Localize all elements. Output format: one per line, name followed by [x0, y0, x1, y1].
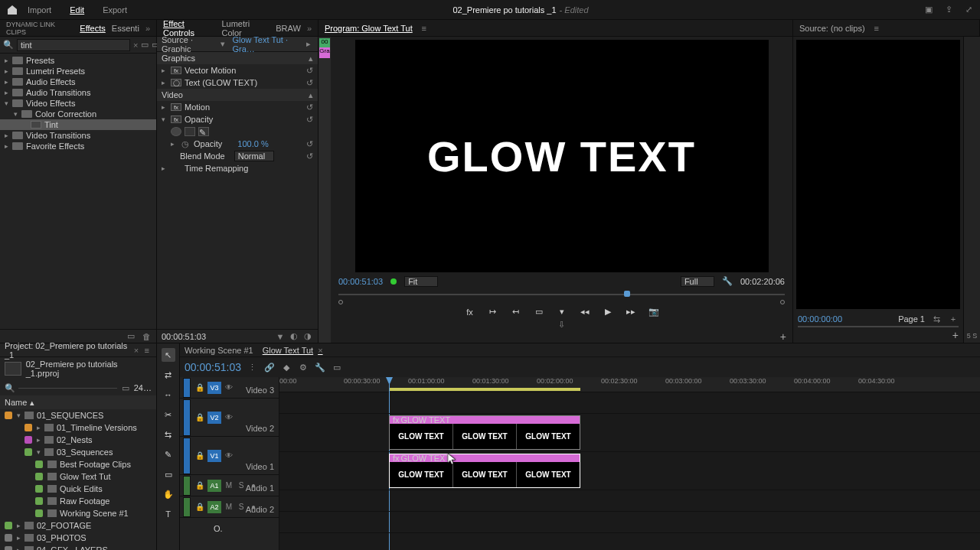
- fx-chip-icon[interactable]: ◯: [171, 79, 181, 86]
- bin-photos[interactable]: ▸03_PHOTOS: [0, 532, 156, 544]
- overflow-icon[interactable]: »: [145, 24, 150, 33]
- type-tool-icon[interactable]: T: [162, 507, 175, 521]
- tree-audio-transitions[interactable]: ▸Audio Transitions: [0, 87, 156, 98]
- add-button-icon[interactable]: +: [952, 329, 959, 341]
- tree-lumetri-presets[interactable]: ▸Lumetri Presets: [0, 66, 156, 76]
- razor-tool-icon[interactable]: ✂: [162, 408, 175, 421]
- ec-text-layer[interactable]: ▸◯Text (GLOW TEXT)↺: [157, 76, 318, 89]
- mode-import[interactable]: Import: [28, 5, 51, 15]
- eye-icon[interactable]: 👁: [224, 413, 234, 422]
- effects-search-input[interactable]: [17, 39, 130, 51]
- time-ruler[interactable]: 00:00 00:00:30:00 00:01:00:00 00:01:30:0…: [279, 377, 980, 392]
- track-head-a2[interactable]: 🔒A2 MS● Audio 2: [180, 496, 279, 518]
- bin-footage[interactable]: ▸02_FOOTAGE: [0, 519, 156, 532]
- go-to-out-icon[interactable]: 📷: [648, 306, 660, 318]
- ec-time-remapping[interactable]: ▸Time Remapping: [157, 162, 318, 174]
- bin-gfx[interactable]: ▸04_GFX · LAYERS ·: [0, 544, 156, 550]
- lane-v2[interactable]: fxGLOW TEXT GLOW TEXT GLOW TEXT GLOW TEX…: [279, 414, 980, 452]
- step-fwd-icon[interactable]: ▸▸: [625, 306, 637, 318]
- add-page-icon[interactable]: +: [948, 314, 959, 324]
- tab-essential[interactable]: Essenti: [112, 24, 139, 33]
- trash-icon[interactable]: 🗑: [141, 331, 152, 342]
- source-tc[interactable]: 00:00:00:00: [798, 314, 842, 324]
- clear-search-icon[interactable]: ×: [133, 41, 138, 50]
- filter-icon[interactable]: ▭: [120, 382, 131, 393]
- panel-menu-icon[interactable]: ≡: [142, 345, 152, 356]
- play-icon[interactable]: ▸: [304, 39, 313, 50]
- fx-chip-icon[interactable]: fx: [171, 67, 181, 74]
- add-button-icon[interactable]: +: [780, 330, 786, 343]
- program-scrubber[interactable]: [338, 288, 785, 298]
- panel-menu-icon[interactable]: ≡: [419, 23, 430, 34]
- solo-icon[interactable]: S: [237, 503, 246, 512]
- resolution-dropdown[interactable]: Full: [681, 276, 714, 287]
- timeline-tc[interactable]: 00:00:51:03: [185, 361, 241, 373]
- tree-presets[interactable]: ▸Presets: [0, 55, 156, 66]
- reset-icon[interactable]: ↺: [306, 103, 313, 112]
- ec-video-section[interactable]: Video▴: [157, 89, 318, 101]
- timeline-area[interactable]: 00:00 00:00:30:00 00:01:00:00 00:01:30:0…: [279, 377, 980, 550]
- snap-icon[interactable]: ⋮: [247, 362, 258, 373]
- tree-video-effects[interactable]: ▾Video Effects: [0, 98, 156, 109]
- tree-color-correction[interactable]: ▾Color Correction: [0, 109, 156, 119]
- playhead-handle[interactable]: [624, 291, 630, 297]
- reset-icon[interactable]: ↺: [306, 78, 313, 88]
- settings-icon[interactable]: ⚙: [298, 362, 309, 373]
- bin-raw-footage[interactable]: Raw Footage: [0, 495, 156, 507]
- source-viewer[interactable]: [796, 40, 960, 309]
- opacity-value[interactable]: 100.0 %: [237, 139, 268, 148]
- page-nav-icon[interactable]: ⇆: [931, 314, 942, 324]
- slip-tool-icon[interactable]: ⇆: [162, 428, 175, 441]
- add-marker-icon[interactable]: ▭: [533, 306, 545, 318]
- ec-vector-motion[interactable]: ▸fxVector Motion↺: [157, 64, 318, 76]
- ripple-tool-icon[interactable]: ↔: [162, 388, 175, 402]
- solo-icon[interactable]: S: [237, 481, 246, 490]
- step-back-icon[interactable]: ◂◂: [579, 306, 591, 318]
- tree-audio-effects[interactable]: ▸Audio Effects: [0, 76, 156, 87]
- tab-effects[interactable]: Effects: [80, 24, 105, 33]
- overflow-icon[interactable]: »: [307, 24, 312, 33]
- marker-icon[interactable]: ◆: [281, 362, 292, 373]
- track-head-master[interactable]: O.: [180, 518, 279, 539]
- close-tab-icon[interactable]: ×: [134, 346, 139, 355]
- lane-v3[interactable]: [279, 392, 980, 414]
- track-head-v1[interactable]: 🔒V1 👁 Video 1: [180, 437, 279, 475]
- lane-a2[interactable]: [279, 512, 980, 533]
- tree-tint[interactable]: Tint: [0, 119, 156, 130]
- tree-favorite-effects[interactable]: ▸Favorite Effects: [0, 141, 156, 151]
- ec-opacity[interactable]: ▾fxOpacity↺: [157, 113, 318, 125]
- track-head-v3[interactable]: 🔒V3 👁 Video 3: [180, 377, 279, 399]
- lock-icon[interactable]: 🔒: [195, 503, 204, 512]
- mark-in-icon[interactable]: ↦: [487, 306, 499, 318]
- wrench-icon[interactable]: 🔧: [722, 276, 733, 287]
- mute-icon[interactable]: M: [224, 481, 234, 490]
- chevron-down-icon[interactable]: ▾: [218, 39, 227, 50]
- clip-v2[interactable]: fxGLOW TEXT GLOW TEXT GLOW TEXT GLOW TEX…: [389, 415, 580, 450]
- panel-menu-icon[interactable]: ≡: [871, 23, 882, 34]
- section-chevron-icon[interactable]: ▴: [309, 90, 313, 100]
- blend-mode-dropdown[interactable]: Normal: [234, 151, 274, 161]
- workspace-icon[interactable]: ▣: [923, 5, 934, 15]
- caption-icon[interactable]: ▭: [332, 362, 342, 373]
- ec-graphics-section[interactable]: Graphics▴: [157, 52, 318, 64]
- pen-tool-icon[interactable]: ✎: [162, 447, 175, 461]
- rect-tool-icon[interactable]: ▭: [162, 467, 175, 481]
- bin-glow-text[interactable]: Glow Text Tut: [0, 470, 156, 483]
- home-icon[interactable]: [6, 4, 18, 16]
- track-select-tool-icon[interactable]: ⇄: [162, 368, 175, 382]
- zoom-out-icon[interactable]: ◑: [302, 331, 313, 342]
- go-to-in-icon[interactable]: ▾: [556, 306, 568, 318]
- fx-chip-icon[interactable]: fx: [171, 103, 181, 111]
- mute-icon[interactable]: M: [224, 503, 234, 512]
- search-icon[interactable]: 🔍: [5, 383, 15, 393]
- ellipse-mask-icon[interactable]: [171, 127, 181, 136]
- track-head-a1[interactable]: 🔒A1 MS● Audio 1: [180, 475, 279, 496]
- project-header[interactable]: Name▴: [0, 395, 156, 409]
- tree-video-transitions[interactable]: ▸Video Transitions: [0, 130, 156, 141]
- fx-badge-icon[interactable]: fx: [464, 306, 476, 318]
- reset-icon[interactable]: ↺: [306, 139, 313, 149]
- lift-icon[interactable]: ⇩: [557, 320, 567, 330]
- badge-icon[interactable]: ▭: [141, 40, 149, 50]
- fullscreen-icon[interactable]: ⤢: [963, 5, 974, 15]
- zoom-dropdown[interactable]: Fit: [404, 276, 438, 287]
